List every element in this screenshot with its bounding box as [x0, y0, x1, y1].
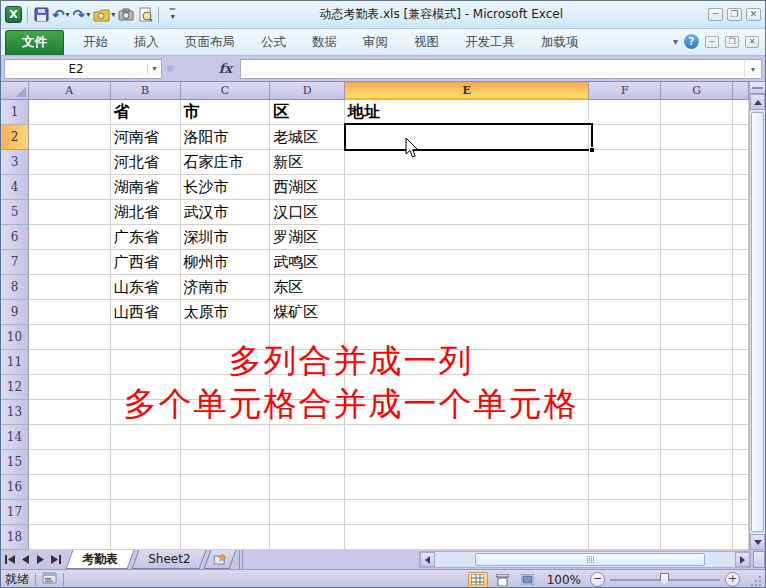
cell-B7[interactable]: 广西省 — [111, 250, 181, 275]
cell-E6[interactable] — [345, 225, 589, 250]
horizontal-scroll-thumb[interactable] — [475, 553, 705, 566]
cell-B6[interactable]: 广东省 — [111, 225, 181, 250]
cell-E9[interactable] — [345, 300, 589, 325]
cell-C5[interactable]: 武汉市 — [181, 200, 271, 225]
column-header-G[interactable]: G — [661, 82, 733, 100]
horizontal-scroll-track[interactable] — [435, 552, 735, 567]
fill-handle[interactable] — [589, 147, 595, 153]
row-header-5[interactable]: 5 — [1, 200, 29, 225]
cell-partial-2[interactable] — [733, 125, 749, 150]
cell-partial-13[interactable] — [733, 400, 749, 425]
name-box-dropdown-icon[interactable]: ▾ — [147, 64, 161, 73]
cell-G5[interactable] — [661, 200, 733, 225]
vertical-scroll-track[interactable] — [750, 110, 765, 534]
cell-A4[interactable] — [29, 175, 111, 200]
row-header-14[interactable]: 14 — [1, 425, 29, 450]
cell-A8[interactable] — [29, 275, 111, 300]
cell-F2[interactable] — [589, 125, 661, 150]
cell-partial-5[interactable] — [733, 200, 749, 225]
ribbon-tab-5[interactable]: 数据 — [299, 31, 350, 55]
prev-sheet-icon[interactable] — [19, 553, 32, 566]
zoom-out-icon[interactable]: − — [590, 572, 605, 587]
formula-bar-splitter[interactable] — [167, 65, 174, 72]
ribbon-tab-6[interactable]: 审阅 — [350, 31, 401, 55]
cell-E3[interactable] — [345, 150, 589, 175]
ribbon-tab-1[interactable]: 开始 — [70, 31, 121, 55]
cell-D2[interactable]: 老城区 — [270, 125, 345, 150]
cell-A16[interactable] — [29, 475, 111, 500]
cell-D17[interactable] — [270, 500, 345, 525]
cell-A15[interactable] — [29, 450, 111, 475]
minimize-button[interactable]: ─ — [708, 8, 723, 21]
cell-G3[interactable] — [661, 150, 733, 175]
ribbon-tab-9[interactable]: 加载项 — [528, 31, 592, 55]
cell-A6[interactable] — [29, 225, 111, 250]
cell-D18[interactable] — [270, 525, 345, 550]
cell-G4[interactable] — [661, 175, 733, 200]
cell-B14[interactable] — [111, 425, 181, 450]
scroll-left-icon[interactable] — [420, 552, 435, 567]
workbook-restore-button[interactable]: ❐ — [725, 36, 739, 48]
cell-B8[interactable]: 山东省 — [111, 275, 181, 300]
cell-A5[interactable] — [29, 200, 111, 225]
zoom-in-icon[interactable]: + — [725, 572, 740, 587]
formula-input[interactable] — [240, 59, 744, 79]
workbook-close-button[interactable]: ✕ — [745, 36, 759, 48]
row-header-16[interactable]: 16 — [1, 475, 29, 500]
cell-F9[interactable] — [589, 300, 661, 325]
row-header-8[interactable]: 8 — [1, 275, 29, 300]
cell-C6[interactable]: 深圳市 — [181, 225, 271, 250]
expand-ribbon-icon[interactable]: ▾ — [673, 36, 678, 47]
customize-qat-icon[interactable]: ▔▾ — [164, 6, 180, 24]
cell-A18[interactable] — [29, 525, 111, 550]
cell-E17[interactable] — [345, 500, 589, 525]
row-header-1[interactable]: 1 — [1, 100, 29, 125]
expand-formula-bar-icon[interactable]: ▾ — [744, 59, 762, 79]
row-header-17[interactable]: 17 — [1, 500, 29, 525]
cell-D15[interactable] — [270, 450, 345, 475]
macro-record-icon[interactable] — [42, 572, 57, 587]
cell-C18[interactable] — [181, 525, 271, 550]
cell-F1[interactable] — [589, 100, 661, 125]
row-header-15[interactable]: 15 — [1, 450, 29, 475]
cell-E7[interactable] — [345, 250, 589, 275]
ribbon-tab-3[interactable]: 页面布局 — [172, 31, 248, 55]
resize-grip[interactable] — [749, 574, 761, 586]
tab-scroll-splitter[interactable] — [239, 550, 243, 569]
save-icon[interactable] — [33, 6, 49, 24]
cell-C15[interactable] — [181, 450, 271, 475]
next-sheet-icon[interactable] — [34, 553, 47, 566]
normal-view-button[interactable] — [468, 572, 488, 588]
cell-partial-17[interactable] — [733, 500, 749, 525]
cell-B3[interactable]: 河北省 — [111, 150, 181, 175]
column-header-A[interactable]: A — [29, 82, 111, 100]
cell-E1[interactable]: 地址 — [345, 100, 589, 125]
horizontal-split-handle[interactable] — [753, 551, 765, 568]
cell-E5[interactable] — [345, 200, 589, 225]
cell-E16[interactable] — [345, 475, 589, 500]
cell-F15[interactable] — [589, 450, 661, 475]
cell-C4[interactable]: 长沙市 — [181, 175, 271, 200]
cell-partial-6[interactable] — [733, 225, 749, 250]
cell-B4[interactable]: 湖南省 — [111, 175, 181, 200]
cell-F14[interactable] — [589, 425, 661, 450]
cell-D8[interactable]: 东区 — [270, 275, 345, 300]
cell-E15[interactable] — [345, 450, 589, 475]
first-sheet-icon[interactable] — [4, 553, 17, 566]
cell-A1[interactable] — [29, 100, 111, 125]
sheet-tab-Sheet2[interactable]: Sheet2 — [132, 550, 207, 569]
cell-A9[interactable] — [29, 300, 111, 325]
cell-D7[interactable]: 武鸣区 — [270, 250, 345, 275]
scroll-down-icon[interactable] — [750, 534, 765, 550]
cell-B16[interactable] — [111, 475, 181, 500]
insert-function-button[interactable]: fx — [180, 59, 240, 79]
cell-D6[interactable]: 罗湖区 — [270, 225, 345, 250]
help-icon[interactable]: ? — [684, 34, 699, 49]
cell-G18[interactable] — [661, 525, 733, 550]
cell-D1[interactable]: 区 — [270, 100, 345, 125]
column-header-C[interactable]: C — [181, 82, 271, 100]
cell-partial-11[interactable] — [733, 350, 749, 375]
cell-partial-9[interactable] — [733, 300, 749, 325]
cell-B18[interactable] — [111, 525, 181, 550]
select-all-corner[interactable] — [1, 82, 29, 100]
